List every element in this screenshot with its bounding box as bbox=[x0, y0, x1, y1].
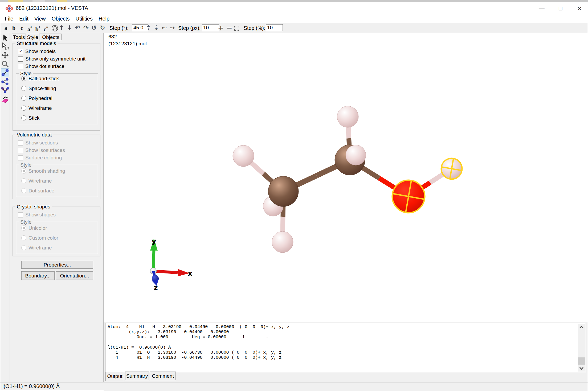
measure-distance-icon[interactable] bbox=[1, 69, 9, 77]
step-px-input[interactable] bbox=[202, 24, 219, 31]
checkbox-show-shapes: Show shapes bbox=[13, 211, 100, 219]
scroll-up-icon[interactable] bbox=[578, 324, 585, 331]
option-label: Show only asymmetric unit bbox=[25, 56, 85, 62]
rotate-right-icon[interactable]: ↷ bbox=[82, 23, 90, 33]
translate-right-icon[interactable]: ⇢ bbox=[169, 23, 176, 33]
axis-label-z: z bbox=[154, 283, 158, 292]
tab-objects[interactable]: Objects bbox=[40, 34, 62, 40]
step-px-label: Step (px): bbox=[178, 23, 201, 33]
main-toolbar: abca*b*c* ↑ ↓ ↶ ↷ ↺ ↻ Step (°): ⇡ ⇣ ⇠ ⇢ … bbox=[0, 23, 588, 33]
tilt-cw-icon[interactable]: ↻ bbox=[99, 23, 106, 33]
properties-button[interactable]: Properties... bbox=[21, 261, 93, 269]
radio-circle[interactable] bbox=[21, 86, 26, 91]
option-label: Dot surface bbox=[28, 188, 54, 194]
radio-circle[interactable] bbox=[21, 76, 26, 81]
title-bar: 682 (123123121).mol - VESTA — □ × bbox=[0, 2, 588, 14]
view-along-axis-icon[interactable] bbox=[51, 25, 58, 32]
minimize-button[interactable]: — bbox=[534, 4, 549, 13]
checkbox-show-only-asymmetric-unit[interactable]: Show only asymmetric unit bbox=[13, 55, 100, 63]
checkbox-show-sections: Show sections bbox=[13, 139, 100, 147]
close-button[interactable]: × bbox=[572, 4, 587, 13]
left-panel: Tools Style Objects Structural models✓Sh… bbox=[10, 33, 103, 382]
checkbox-box[interactable]: ✓ bbox=[18, 49, 23, 54]
rotate-down-icon[interactable]: ↓ bbox=[66, 23, 73, 33]
atom-h-bottom[interactable] bbox=[272, 231, 293, 253]
magnify-icon[interactable] bbox=[1, 60, 9, 68]
checkbox-show-dot-surface[interactable]: Show dot surface bbox=[13, 63, 100, 70]
boundary-button[interactable]: Boundary... bbox=[21, 271, 55, 280]
lattice-plane-icon[interactable] bbox=[1, 95, 9, 103]
radio-circle bbox=[21, 245, 26, 250]
option-label: Stick bbox=[28, 115, 39, 121]
tab-tools[interactable]: Tools bbox=[12, 34, 26, 40]
maximize-button[interactable]: □ bbox=[553, 4, 568, 13]
radio-circle[interactable] bbox=[21, 96, 26, 101]
checkbox-box bbox=[18, 140, 23, 146]
tilt-ccw-icon[interactable]: ↺ bbox=[90, 23, 98, 33]
menu-view[interactable]: View bbox=[31, 14, 49, 23]
checkbox-show-models[interactable]: ✓Show models bbox=[13, 48, 100, 55]
orientation-button[interactable]: Orientation... bbox=[56, 271, 93, 280]
translate-up-icon[interactable]: ⇡ bbox=[145, 23, 152, 33]
measure-angle-icon[interactable] bbox=[1, 78, 9, 86]
status-bar: l(O1-H1) = 0.96000(0) Å bbox=[0, 382, 588, 390]
zoom-out-icon[interactable]: − bbox=[226, 23, 233, 33]
measure-dihedral-angle-icon[interactable] bbox=[1, 86, 9, 94]
radio-polyhedral[interactable]: Polyhedral bbox=[16, 93, 98, 103]
toolbar-axis-c-star[interactable]: c* bbox=[42, 23, 50, 34]
rotate-left-icon[interactable]: ↶ bbox=[74, 23, 81, 33]
option-label: Custom color bbox=[28, 235, 58, 241]
option-label: Show models bbox=[25, 49, 56, 54]
atom-h-top[interactable] bbox=[337, 106, 358, 127]
tab-comment[interactable]: Comment bbox=[150, 372, 176, 380]
output-panel: Atom: 4 H1 H 3.03190 -0.04490 0.00000 ( … bbox=[105, 323, 586, 372]
subgroup-volumetric-data-style: StyleSmooth shadingWireframeDot surface bbox=[16, 165, 98, 197]
group-title: Structural models bbox=[15, 41, 58, 46]
menu-edit[interactable]: Edit bbox=[16, 14, 31, 23]
molecule-canvas[interactable]: y x z bbox=[104, 33, 588, 322]
radio-circle[interactable] bbox=[21, 106, 26, 111]
output-text: Atom: 4 H1 H 3.03190 -0.04490 0.00000 ( … bbox=[108, 324, 289, 360]
tab-output[interactable]: Output bbox=[105, 372, 124, 381]
checkbox-box[interactable] bbox=[18, 57, 23, 62]
toolbar-axis-a-star[interactable]: a* bbox=[26, 23, 34, 34]
menu-file[interactable]: File bbox=[2, 14, 16, 23]
radio-circle bbox=[21, 225, 26, 231]
axis-label-y: y bbox=[152, 237, 156, 245]
output-scrollbar[interactable] bbox=[578, 324, 585, 372]
toolbar-axis-a[interactable]: a bbox=[2, 23, 10, 33]
checkbox-box[interactable] bbox=[18, 64, 23, 69]
atom-h-front-c2[interactable] bbox=[346, 145, 366, 165]
option-label: Polyhedral bbox=[28, 95, 52, 101]
fit-to-screen-icon[interactable] bbox=[234, 26, 239, 31]
toolbar-axis-c[interactable]: c bbox=[18, 23, 26, 33]
step-pct-input[interactable] bbox=[266, 24, 283, 31]
axes-widget: y x z bbox=[150, 237, 192, 292]
radio-stick[interactable]: Stick bbox=[16, 113, 98, 123]
radio-wireframe[interactable]: Wireframe bbox=[16, 103, 98, 113]
area-select-icon[interactable] bbox=[1, 42, 9, 50]
axis-label-x: x bbox=[188, 269, 192, 277]
zoom-in-icon[interactable]: + bbox=[217, 23, 224, 33]
radio-space-filling[interactable]: Space-filling bbox=[16, 83, 98, 93]
scroll-down-icon[interactable] bbox=[578, 365, 585, 372]
menu-objects[interactable]: Objects bbox=[49, 14, 73, 23]
translate-view-icon[interactable] bbox=[1, 51, 9, 59]
toolbar-axis-b[interactable]: b bbox=[10, 23, 18, 33]
atom-c1[interactable] bbox=[268, 176, 299, 207]
tab-style[interactable]: Style bbox=[26, 33, 39, 41]
atom-h-left[interactable] bbox=[233, 145, 254, 167]
rotate-up-icon[interactable]: ↑ bbox=[58, 23, 65, 33]
select-icon[interactable] bbox=[1, 34, 9, 42]
step-deg-label: Step (°): bbox=[109, 23, 129, 33]
toolbar-axis-b-star[interactable]: b* bbox=[34, 23, 42, 34]
translate-down-icon[interactable]: ⇣ bbox=[153, 23, 160, 33]
step-pct-label: Step (%): bbox=[244, 23, 265, 33]
tab-summary[interactable]: Summary bbox=[125, 372, 149, 380]
radio-circle[interactable] bbox=[21, 115, 26, 120]
group-title: Volumetric data bbox=[15, 132, 53, 138]
menu-utilities[interactable]: Utilities bbox=[73, 14, 96, 23]
group-volumetric-data: Volumetric dataShow sectionsShow isosurf… bbox=[13, 135, 100, 199]
translate-left-icon[interactable]: ⇠ bbox=[161, 23, 168, 33]
menu-help[interactable]: Help bbox=[96, 14, 112, 23]
